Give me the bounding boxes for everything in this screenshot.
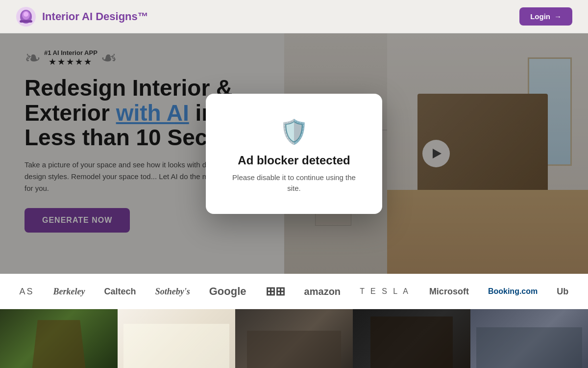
navbar: Interior AI Designs™ Login → <box>0 0 588 33</box>
brand-as: AS <box>20 287 34 297</box>
modal-description: Please disable it to continue using the … <box>225 172 363 194</box>
brand-logo-bar: AS Berkeley Caltech Sotheby's Google ⊞⊞ … <box>0 274 588 309</box>
modal-overlay: 🛡️ Ad blocker detected Please disable it… <box>0 33 588 274</box>
gallery-item-3: AI GENERATED <box>235 309 353 368</box>
logo-text: Interior AI Designs™ <box>42 10 148 23</box>
brand-tesla: T E S L A <box>360 287 410 296</box>
hero-section: ❧ #1 AI Interior APP ★★★★★ ❧ Redesign In… <box>0 33 588 274</box>
brand-booking: Booking.com <box>488 287 538 296</box>
brand-amazon: amazon <box>304 286 341 297</box>
brand-berkeley: Berkeley <box>53 287 85 297</box>
svg-point-3 <box>24 12 28 17</box>
gallery-item-1: AI GENERATED <box>0 309 118 368</box>
login-button[interactable]: Login → <box>519 7 572 26</box>
ad-blocker-icon: 🛡️ <box>225 118 363 146</box>
svg-rect-4 <box>20 20 32 23</box>
brand-sothebys: Sotheby's <box>155 287 190 297</box>
brand-google: Google <box>209 285 246 298</box>
ad-blocker-modal: 🛡️ Ad blocker detected Please disable it… <box>206 94 382 214</box>
logo-area: Interior AI Designs™ <box>16 6 148 27</box>
modal-title: Ad blocker detected <box>225 154 363 167</box>
brand-meta: ⊞⊞ <box>266 285 285 298</box>
gallery-section: AI GENERATED AI GENERATED AI GENERATED A… <box>0 309 588 368</box>
gallery-item-5: AI GENERATED <box>470 309 588 368</box>
logo-icon <box>16 6 36 27</box>
gallery-item-4: AI GENERATED <box>353 309 470 368</box>
brand-microsoft: Microsoft <box>429 287 469 297</box>
gallery-item-2 <box>118 309 235 368</box>
brand-uber: Ub <box>557 287 568 297</box>
brand-caltech: Caltech <box>104 287 136 297</box>
